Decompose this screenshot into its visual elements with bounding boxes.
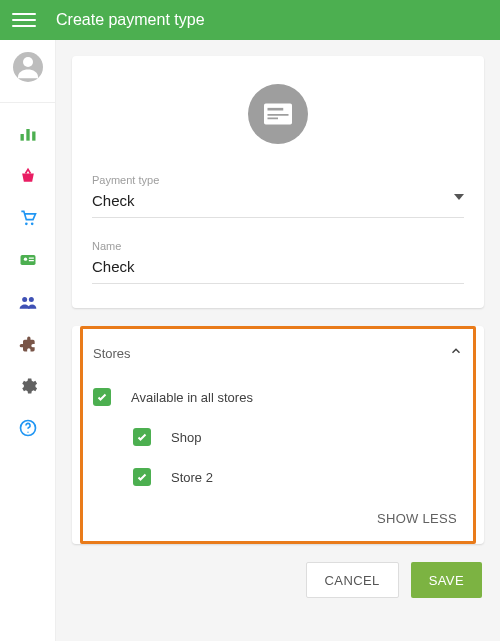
footer-actions: CANCEL SAVE	[72, 562, 484, 604]
analytics-icon[interactable]	[17, 123, 39, 145]
cart-icon[interactable]	[17, 207, 39, 229]
page-title: Create payment type	[56, 11, 205, 29]
store-row: Shop	[93, 417, 463, 457]
svg-rect-9	[28, 260, 33, 261]
app-header: Create payment type	[0, 0, 500, 40]
side-rail	[0, 40, 56, 641]
payment-type-select[interactable]: Check	[92, 188, 464, 218]
store-checkbox[interactable]	[133, 428, 151, 446]
svg-rect-3	[32, 132, 35, 141]
all-stores-label: Available in all stores	[131, 390, 253, 405]
chevron-down-icon	[454, 194, 464, 200]
svg-point-13	[27, 432, 28, 433]
svg-point-4	[25, 223, 28, 226]
payment-type-value: Check	[92, 188, 464, 218]
main-content: Payment type Check Name Check Stores	[56, 40, 500, 641]
svg-rect-15	[268, 108, 284, 111]
rail-separator	[0, 102, 55, 103]
check-icon	[248, 84, 308, 144]
name-label: Name	[92, 240, 464, 252]
store-checkbox[interactable]	[133, 468, 151, 486]
gear-icon[interactable]	[17, 375, 39, 397]
svg-point-7	[23, 258, 26, 261]
payment-type-label: Payment type	[92, 174, 464, 186]
svg-rect-8	[28, 258, 33, 259]
svg-point-10	[22, 297, 27, 302]
name-input[interactable]: Check	[92, 254, 464, 284]
payment-type-card: Payment type Check Name Check	[72, 56, 484, 308]
svg-point-0	[23, 57, 33, 67]
stores-card: Stores Available in all stores Shop	[72, 326, 484, 544]
stores-section-label: Stores	[93, 346, 131, 361]
svg-rect-1	[20, 134, 23, 141]
id-card-icon[interactable]	[17, 249, 39, 271]
all-stores-checkbox[interactable]	[93, 388, 111, 406]
save-button[interactable]: SAVE	[411, 562, 482, 598]
store-label: Store 2	[171, 470, 213, 485]
avatar-icon[interactable]	[13, 52, 43, 82]
stores-highlight: Stores Available in all stores Shop	[80, 326, 476, 544]
basket-icon[interactable]	[17, 165, 39, 187]
store-row: Store 2	[93, 457, 463, 497]
svg-point-11	[28, 297, 33, 302]
all-stores-row: Available in all stores	[93, 377, 463, 417]
show-less-button[interactable]: SHOW LESS	[377, 511, 457, 526]
svg-point-5	[30, 223, 33, 226]
help-icon[interactable]	[17, 417, 39, 439]
svg-rect-16	[268, 114, 289, 116]
svg-rect-2	[26, 129, 29, 141]
menu-icon[interactable]	[12, 8, 36, 32]
store-label: Shop	[171, 430, 201, 445]
svg-rect-17	[268, 118, 279, 120]
cancel-button[interactable]: CANCEL	[306, 562, 399, 598]
people-icon[interactable]	[17, 291, 39, 313]
puzzle-icon[interactable]	[17, 333, 39, 355]
chevron-up-icon[interactable]	[449, 344, 463, 362]
